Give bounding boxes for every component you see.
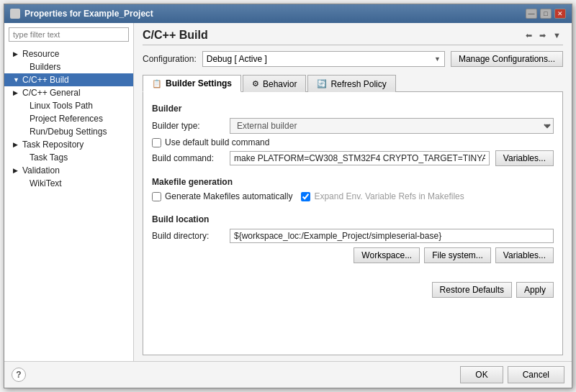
content-area: Builder Builder type: External builder U… [143,92,563,355]
builder-type-select[interactable]: External builder [230,118,554,134]
tree-item-label: WikiText [30,178,62,188]
arrow-icon: ▶ [13,89,20,96]
makefile-section-label: Makefile generation [152,177,554,187]
generate-makefiles-label: Generate Makefiles automatically [165,191,292,201]
build-command-label: Build command: [152,153,224,163]
manage-configurations-button[interactable]: Manage Configurations... [451,51,563,67]
tree-item-cpp-general[interactable]: ▶ C/C++ General [4,86,133,99]
variables-button-2[interactable]: Variables... [495,247,554,263]
tree-item-label: Builders [30,62,60,72]
generate-makefiles-row: Generate Makefiles automatically [152,191,292,201]
dialog-title: Properties for Example_Project [24,9,153,19]
build-command-row: Build command: Variables... [152,150,554,166]
dialog-body: ▶ Resource Builders ▼ C/C++ Build ▶ C/C+… [4,23,572,361]
tree-item-task-repository[interactable]: ▶ Task Repository [4,138,133,151]
tree-item-label: Validation [22,165,60,176]
filesystem-button[interactable]: File system... [424,247,491,263]
panel-nav: ⬅ ➡ ▼ [523,30,563,41]
use-default-label: Use default build command [165,137,269,147]
close-button[interactable]: ✕ [554,9,566,19]
refresh-policy-icon: 🔄 [317,79,327,88]
config-select-wrap: Debug [ Active ] [202,51,445,67]
variables-button-1[interactable]: Variables... [495,150,554,166]
tree-item-label: C/C++ General [22,88,81,98]
tree-item-label: Run/Debug Settings [30,127,107,137]
footer-right: OK Cancel [460,366,564,383]
builder-type-select-wrap: External builder [230,118,554,134]
tree-item-label: Resource [22,49,59,59]
builder-type-label: Builder type: [152,121,224,131]
build-command-input[interactable] [230,151,490,165]
config-select[interactable]: Debug [ Active ] [202,51,445,67]
maximize-button[interactable]: □ [540,9,552,19]
arrow-icon: ▶ [13,141,20,148]
bottom-btns: Restore Defaults Apply [152,282,554,298]
filter-input[interactable] [9,27,129,42]
tree-item-wikitext[interactable]: WikiText [4,177,133,190]
tree-item-cpp-build[interactable]: ▼ C/C++ Build [4,73,133,86]
expand-env-label: Expand Env. Variable Refs in Makefiles [314,191,464,201]
back-button[interactable]: ⬅ [523,30,534,41]
title-bar: Properties for Example_Project — □ ✕ [4,4,572,23]
arrow-icon: ▼ [13,76,20,83]
tree-item-label: Project References [30,114,103,124]
tab-refresh-policy[interactable]: 🔄 Refresh Policy [307,75,395,92]
build-location-section-label: Build location [152,214,554,224]
tree-item-linux-tools[interactable]: Linux Tools Path [4,99,133,112]
right-panel: C/C++ Build ⬅ ➡ ▼ Configuration: Debug [… [134,23,572,361]
restore-defaults-button[interactable]: Restore Defaults [432,282,512,298]
tree-item-resource[interactable]: ▶ Resource [4,47,133,60]
tab-builder-settings[interactable]: 📋 Builder Settings [143,75,241,92]
cancel-button[interactable]: Cancel [508,366,564,383]
tree-item-project-references[interactable]: Project References [4,112,133,125]
tab-refresh-policy-label: Refresh Policy [330,79,386,89]
forward-button[interactable]: ➡ [537,30,548,41]
expand-env-row: Expand Env. Variable Refs in Makefiles [301,191,464,201]
build-dir-row: Build directory: [152,229,554,243]
tree-area: ▶ Resource Builders ▼ C/C++ Build ▶ C/C+… [4,46,133,361]
menu-button[interactable]: ▼ [551,30,563,40]
expand-env-checkbox[interactable] [301,192,310,201]
tree-item-label: Task Repository [22,140,84,150]
dialog: Properties for Example_Project — □ ✕ ▶ R… [4,4,572,388]
dialog-footer: ? OK Cancel [4,361,572,388]
use-default-row: Use default build command [152,137,554,147]
use-default-checkbox[interactable] [152,138,161,147]
workspace-button[interactable]: Workspace... [354,247,420,263]
tree-item-label: Linux Tools Path [30,101,93,111]
help-button[interactable]: ? [12,368,26,382]
tab-behavior-label: Behavior [263,79,297,89]
arrow-icon: ▶ [13,167,20,174]
builder-settings-icon: 📋 [152,79,162,88]
tree-item-run-debug[interactable]: Run/Debug Settings [4,125,133,138]
behavior-icon: ⚙ [252,79,259,88]
tab-builder-settings-label: Builder Settings [166,78,232,88]
tree-item-label: C/C++ Build [22,75,69,85]
panel-title-bar: C/C++ Build ⬅ ➡ ▼ [143,29,563,45]
build-dir-label: Build directory: [152,231,224,241]
dialog-icon [10,9,20,19]
tree-item-validation[interactable]: ▶ Validation [4,164,133,177]
footer-left: ? [12,368,26,382]
build-dir-input[interactable] [230,229,554,243]
generate-makefiles-checkbox[interactable] [152,192,161,201]
arrow-icon: ▶ [13,50,20,58]
builder-section-label: Builder [152,104,554,114]
ok-button[interactable]: OK [460,366,503,383]
config-row: Configuration: Debug [ Active ] Manage C… [143,51,563,67]
tree-item-task-tags[interactable]: Task Tags [4,151,133,164]
apply-button[interactable]: Apply [516,282,554,298]
build-dir-btn-row: Workspace... File system... Variables... [152,247,554,263]
tab-behavior[interactable]: ⚙ Behavior [243,75,306,92]
panel-title-text: C/C++ Build [143,29,208,42]
builder-type-row: Builder type: External builder [152,118,554,134]
config-label: Configuration: [143,54,197,64]
tree-item-label: Task Tags [30,152,68,163]
tabs-bar: 📋 Builder Settings ⚙ Behavior 🔄 Refresh … [143,74,563,92]
left-panel: ▶ Resource Builders ▼ C/C++ Build ▶ C/C+… [4,23,134,361]
minimize-button[interactable]: — [526,9,537,19]
tree-item-builders[interactable]: Builders [4,60,133,73]
